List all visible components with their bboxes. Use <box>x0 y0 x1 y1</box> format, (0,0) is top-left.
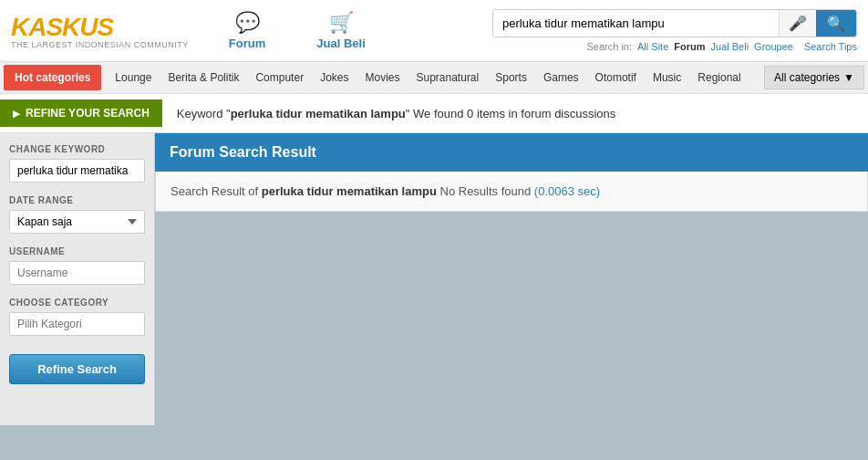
cat-games[interactable]: Games <box>535 65 587 90</box>
logo-tagline: THE LARGEST INDONESIAN COMMUNITY <box>11 40 189 49</box>
result-body-keyword: perluka tidur mematikan lampu <box>262 184 437 198</box>
search-input[interactable] <box>493 10 779 37</box>
result-body-suffix: No Results found <box>440 184 534 198</box>
username-label: USERNAME <box>9 246 145 256</box>
cat-sports[interactable]: Sports <box>487 65 535 90</box>
chevron-down-icon: ▼ <box>843 71 854 84</box>
jualbeli-nav-label: Jual Beli <box>316 37 365 50</box>
logo: KASKUS <box>11 13 189 42</box>
username-input[interactable] <box>9 261 145 285</box>
cat-regional[interactable]: Regional <box>689 65 749 90</box>
all-categories-button[interactable]: All categories ▼ <box>764 66 864 89</box>
category-select-row[interactable]: ▶ <box>9 312 145 336</box>
left-panel: CHANGE KEYWORD DATE RANGE Kapan saja USE… <box>0 133 155 425</box>
search-in-row: Search in: All Site Forum Jual Beli Grou… <box>587 41 858 52</box>
refine-keyword-value: perluka tidur mematikan lampu <box>231 107 406 120</box>
search-area: 🎤 🔍 Search in: All Site Forum Jual Beli … <box>406 9 857 52</box>
refine-suffix: We found 0 items in forum discussions <box>413 107 615 120</box>
cat-lounge[interactable]: Lounge <box>107 65 160 90</box>
date-range-select[interactable]: Kapan saja <box>9 210 145 234</box>
category-select-input[interactable] <box>10 313 145 335</box>
search-jualbeli[interactable]: Jual Beli <box>711 41 749 52</box>
search-in-label: Search in: <box>587 41 633 52</box>
cat-otomotif[interactable]: Otomotif <box>587 65 645 90</box>
search-groupee[interactable]: Groupee <box>754 41 793 52</box>
cat-computer[interactable]: Computer <box>247 65 312 90</box>
logo-area: KASKUS THE LARGEST INDONESIAN COMMUNITY <box>11 13 189 49</box>
search-button[interactable]: 🔍 <box>816 10 856 37</box>
category-nav: Hot categories Lounge Berita & Politik C… <box>0 62 868 94</box>
result-body-prefix: Search Result of <box>170 184 262 198</box>
category-nav-items: Lounge Berita & Politik Computer Jokes M… <box>107 65 764 90</box>
refine-keyword-text: Keyword <box>177 107 226 120</box>
cat-supranatural[interactable]: Supranatural <box>408 65 488 90</box>
hot-categories-button[interactable]: Hot categories <box>4 65 101 90</box>
cat-jokes[interactable]: Jokes <box>312 65 356 90</box>
forum-nav-label: Forum <box>229 37 265 50</box>
username-section: USERNAME <box>9 246 145 285</box>
refine-label: REFINE YOUR SEARCH <box>0 99 162 127</box>
result-body-time: (0.0063 sec) <box>534 184 600 198</box>
refine-bar: REFINE YOUR SEARCH Keyword "perluka tidu… <box>0 94 868 133</box>
forum-icon: 💬 <box>235 11 260 35</box>
refine-search-button[interactable]: Refine Search <box>9 354 145 384</box>
refine-result: Keyword "perluka tidur mematikan lampu" … <box>162 107 868 120</box>
search-forum[interactable]: Forum <box>674 41 705 52</box>
choose-category-section: CHOOSE CATEGORY ▶ <box>9 298 145 336</box>
all-categories-label: All categories <box>774 71 840 84</box>
change-keyword-section: CHANGE KEYWORD <box>9 144 145 183</box>
search-tips[interactable]: Search Tips <box>804 41 857 52</box>
change-keyword-input[interactable] <box>9 159 145 183</box>
result-body: Search Result of perluka tidur mematikan… <box>155 172 868 212</box>
date-range-section: DATE RANGE Kapan saja <box>9 195 145 234</box>
main-content: CHANGE KEYWORD DATE RANGE Kapan saja USE… <box>0 133 868 425</box>
cat-movies[interactable]: Movies <box>356 65 408 90</box>
search-all-site[interactable]: All Site <box>637 41 668 52</box>
jualbeli-nav-button[interactable]: 🛒 Jual Beli <box>291 7 390 54</box>
search-box: 🎤 🔍 <box>492 9 857 37</box>
choose-category-label: CHOOSE CATEGORY <box>9 298 145 308</box>
cat-music[interactable]: Music <box>645 65 689 90</box>
result-header: Forum Search Result <box>155 133 868 172</box>
change-keyword-label: CHANGE KEYWORD <box>9 144 145 154</box>
forum-nav-button[interactable]: 💬 Forum <box>203 7 291 54</box>
nav-icons: 💬 Forum 🛒 Jual Beli <box>203 7 391 54</box>
header: KASKUS THE LARGEST INDONESIAN COMMUNITY … <box>0 0 868 62</box>
jualbeli-icon: 🛒 <box>329 11 354 35</box>
right-panel: Forum Search Result Search Result of per… <box>155 133 868 425</box>
cat-berita[interactable]: Berita & Politik <box>160 65 247 90</box>
date-range-label: DATE RANGE <box>9 195 145 205</box>
mic-button[interactable]: 🎤 <box>779 10 816 37</box>
